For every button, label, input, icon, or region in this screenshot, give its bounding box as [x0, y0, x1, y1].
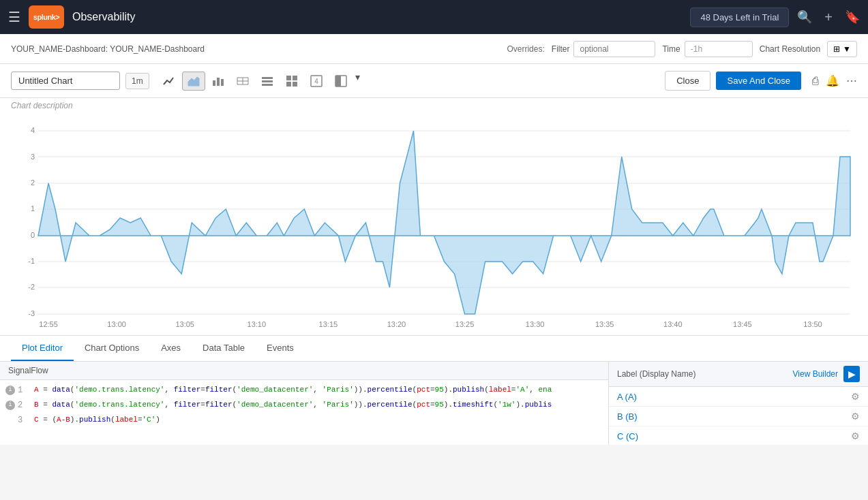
chart-resolution-label: Chart Resolution [760, 44, 820, 54]
splunk-logo: splunk> [29, 5, 64, 29]
labels-panel: Label (Display Name) View Builder ▶ A (A… [609, 362, 868, 445]
bottom-panel: Plot Editor Chart Options Axes Data Tabl… [0, 336, 868, 445]
close-button[interactable]: Close [665, 71, 710, 91]
label-row-c: C (C) ⚙ [609, 426, 868, 445]
svg-text:13:40: 13:40 [663, 320, 683, 328]
svg-text:0: 0 [31, 231, 35, 239]
navbar-icons: 🔍 + 🔖 [797, 10, 860, 25]
svg-text:2: 2 [31, 178, 35, 187]
svg-text:13:10: 13:10 [248, 320, 267, 328]
svg-marker-37 [38, 131, 850, 314]
notification-icon[interactable]: 🔔 [826, 74, 839, 87]
tab-events[interactable]: Events [256, 336, 305, 361]
signal-flow-header: SignalFlow [0, 362, 608, 380]
tab-content: SignalFlow i 1 A = data('demo.trans.late… [0, 362, 868, 445]
gear-icon-a[interactable]: ⚙ [851, 391, 860, 402]
bookmark-icon[interactable]: 🔖 [845, 10, 860, 25]
save-close-button[interactable]: Save And Close [716, 72, 801, 90]
single-value-icon[interactable]: 4 [305, 72, 328, 91]
filter-label: Filter [552, 44, 570, 54]
svg-text:13:50: 13:50 [803, 320, 822, 328]
svg-rect-12 [262, 84, 273, 86]
bar-chart-icon[interactable] [207, 72, 230, 91]
line-chart-icon[interactable] [158, 72, 181, 91]
svg-text:13:15: 13:15 [319, 320, 338, 328]
line-num-col-1: i 1 [0, 384, 34, 396]
time-resolution-button[interactable]: 1m [125, 73, 149, 89]
share-icon[interactable]: ⎙ [812, 75, 819, 87]
chart-name-input[interactable] [11, 72, 120, 90]
app-title: Observability [72, 11, 682, 23]
time-group: Time [662, 41, 752, 57]
svg-text:13:25: 13:25 [455, 320, 475, 328]
more-options-icon[interactable]: ⋯ [846, 74, 857, 87]
tab-data-table[interactable]: Data Table [192, 336, 256, 361]
label-a-text: A (A) [617, 392, 851, 402]
signal-flow-panel: SignalFlow i 1 A = data('demo.trans.late… [0, 362, 609, 445]
signal-line-1: i 1 A = data('demo.trans.latency', filte… [0, 383, 608, 398]
line-number-2: 2 [18, 399, 23, 411]
svg-marker-0 [188, 77, 199, 86]
svg-text:13:35: 13:35 [595, 320, 614, 328]
chart-svg: .gl { stroke: #e8e8e8; stroke-width: 1; … [11, 117, 857, 328]
svg-text:-1: -1 [28, 257, 35, 265]
plus-icon[interactable]: + [824, 10, 833, 25]
svg-rect-10 [262, 77, 273, 79]
resolution-button[interactable]: ⊞ ▼ [827, 41, 857, 57]
line-num-col-2: i 2 [0, 399, 34, 411]
svg-rect-13 [286, 76, 291, 80]
search-icon[interactable]: 🔍 [797, 10, 812, 25]
svg-rect-16 [293, 82, 297, 87]
line-code-1[interactable]: A = data('demo.trans.latency', filter=fi… [34, 384, 552, 396]
svg-text:12:55: 12:55 [39, 320, 58, 328]
label-row-a: A (A) ⚙ [609, 387, 868, 407]
tab-axes[interactable]: Axes [150, 336, 192, 361]
svg-rect-15 [286, 82, 291, 87]
chart-description-text: Chart description [11, 101, 73, 110]
breadcrumb: YOUR_NAME-Dashboard: YOUR_NAME-Dashboard [11, 44, 205, 54]
chart-editor-toolbar: 1m [0, 64, 868, 98]
heatmap-icon[interactable] [280, 72, 303, 91]
info-icon-1[interactable]: i [5, 386, 15, 395]
filter-group: Filter [552, 41, 656, 57]
tabs-bar: Plot Editor Chart Options Axes Data Tabl… [0, 336, 868, 362]
chart-description: Chart description [0, 98, 868, 110]
indicator-down-icon: ▾ [355, 72, 360, 91]
gear-icon-c[interactable]: ⚙ [851, 431, 860, 441]
overrides-section: Overrides: Filter Time Chart Resolution … [507, 41, 857, 57]
column-chart-icon[interactable] [231, 72, 254, 91]
chart-type-icons: 4 ▾ [158, 72, 360, 91]
svg-text:1: 1 [31, 204, 35, 213]
signal-line-2: i 2 B = data('demo.trans.latency', filte… [0, 398, 608, 413]
svg-rect-1 [213, 80, 215, 86]
view-builder-link[interactable]: View Builder [793, 369, 838, 379]
svg-text:13:30: 13:30 [526, 320, 545, 328]
gear-icon-b[interactable]: ⚙ [851, 411, 860, 422]
signal-line-3: 3 C = (A-B).publish(label='C') [0, 413, 608, 428]
svg-text:4: 4 [31, 126, 35, 134]
overrides-label: Overrides: [507, 44, 544, 54]
signal-flow-lines: i 1 A = data('demo.trans.latency', filte… [0, 380, 608, 431]
area-chart-icon[interactable] [182, 72, 205, 91]
label-c-text: C (C) [617, 431, 851, 441]
line-number-1: 1 [18, 384, 23, 396]
labels-header: Label (Display Name) View Builder ▶ [609, 362, 868, 387]
chart-svg-wrapper: .gl { stroke: #e8e8e8; stroke-width: 1; … [11, 117, 857, 328]
chart-area: .gl { stroke: #e8e8e8; stroke-width: 1; … [0, 110, 868, 336]
line-code-3[interactable]: C = (A-B).publish(label='C') [34, 414, 160, 426]
labels-header-title: Label (Display Name) [617, 369, 793, 379]
line-num-col-3: 3 [0, 414, 34, 426]
time-input[interactable] [685, 41, 753, 57]
filter-input[interactable] [573, 41, 655, 57]
info-icon-2[interactable]: i [5, 401, 15, 410]
collapse-arrow-button[interactable]: ▶ [843, 366, 860, 382]
tab-plot-editor[interactable]: Plot Editor [11, 336, 74, 361]
svg-rect-14 [293, 76, 297, 80]
list-chart-icon[interactable] [256, 72, 279, 91]
action-icons: ⎙ 🔔 ⋯ [812, 74, 857, 87]
tab-chart-options[interactable]: Chart Options [74, 336, 150, 361]
svg-text:-2: -2 [28, 283, 35, 291]
line-code-2[interactable]: B = data('demo.trans.latency', filter=fi… [34, 399, 552, 411]
gauge-icon[interactable] [329, 72, 353, 91]
hamburger-icon[interactable]: ☰ [8, 9, 20, 25]
